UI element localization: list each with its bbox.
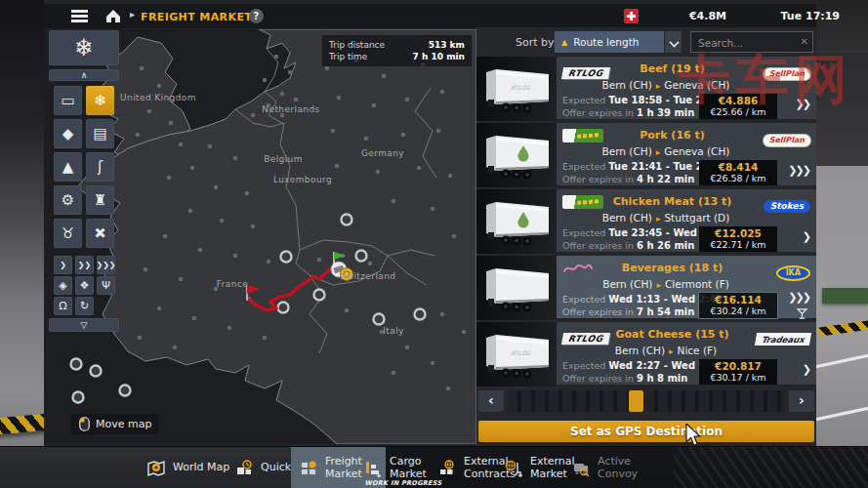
city-ring-marker[interactable] [73,392,84,403]
price-per-km: €22.71 / km [699,239,777,251]
page-title: FREIGHT MARKET [141,11,252,23]
home-icon[interactable] [104,8,122,24]
filter-liquid-button[interactable]: ◆ [54,119,82,148]
city-ring-marker[interactable] [91,366,102,377]
filter-rotation-button[interactable]: ↻ [75,297,94,315]
filter-container-button[interactable]: ▤ [86,119,114,148]
filter-urgency-low-button[interactable]: ❯ [54,256,72,274]
filter-hook-button[interactable]: ʃ [86,152,114,182]
trailer-thumbnail [476,189,557,254]
filter-liquid-icon: ◆ [62,125,74,142]
freight-offer-row[interactable]: Beverages (18 t) IKA Bern (CH)▸Clermont … [476,256,816,320]
nav-world-map[interactable]: World Map [146,447,229,488]
city-dot [173,346,178,350]
freight-offer-row[interactable]: Pork (16 t) SellPlan Bern (CH)▸Geneva (C… [476,123,816,187]
freight-market-icon [299,459,318,478]
sort-dropdown-chevron-button[interactable] [665,31,682,53]
filter-oversized-icon: ✚ [90,223,111,244]
set-gps-destination-button[interactable]: Set as GPS Destination [478,421,814,442]
search-input[interactable] [691,33,812,53]
urgency-chevrons-icon: ❯ [803,363,809,376]
offer-price: €8.414 [699,161,777,173]
city-dot [405,346,410,350]
filter-livestock-button[interactable]: ♉ [54,219,82,248]
route-line-text: Bern (CH)▸Clermont (F) [574,278,758,290]
collapse-filters-button[interactable]: ∧ [49,69,119,81]
svg-text:RTLOG: RTLOG [511,349,532,356]
search-clear-icon[interactable]: ✕ [801,36,808,47]
origin-city: Bern (CH) [602,278,652,290]
city-dot [267,260,271,264]
destination-city: Stuttgart (D) [664,212,729,224]
filter-machinery-button[interactable]: ⚙ [54,185,82,215]
city-ring-marker[interactable] [278,303,289,313]
filter-weight-button[interactable]: Ω [54,297,72,315]
city-dot [392,371,396,376]
city-ring-marker[interactable] [342,215,352,225]
collapse-filters-icon: ∧ [81,70,88,80]
cargo-name: Beef (19 t) [599,62,746,75]
city-dot [382,74,387,79]
city-ring-marker[interactable] [71,359,82,370]
trailer-thumbnail: RTLOG [476,322,557,386]
cargo-name: Goat Cheese (15 t) [599,328,746,341]
filter-high-value-button[interactable]: ❖ [75,276,94,295]
offer-expiry: Offer expires in 1 h 39 min [562,107,694,118]
city-ring-marker[interactable] [415,309,426,320]
scroll-left-button[interactable]: ‹ [478,390,504,412]
filter-urgency-medium-button[interactable]: ❯❯ [75,256,94,274]
origin-city: Bern (CH) [602,145,652,157]
selected-cargo-type-icon: ❄ [74,34,94,61]
price-box: €8.414 €26.58 / km [699,160,777,185]
city-ring-marker[interactable] [356,251,367,262]
scrollbar-track[interactable] [508,390,785,412]
external-contracts-icon [437,459,457,478]
cargo-market-icon [363,459,383,478]
filter-valuables-button[interactable]: ◈ [54,276,72,295]
fragile-cargo-icon [797,305,807,323]
city-ring-marker[interactable] [374,314,385,325]
city-ring-marker[interactable] [314,290,325,301]
city-dot [163,234,168,239]
scrollbar-thumb[interactable] [629,390,643,412]
receiver-company-logo: Tradeaux [755,333,811,346]
city-dot [263,78,268,83]
city-ring-marker[interactable] [120,386,131,396]
sort-dropdown[interactable]: ▲ Route length [555,31,664,53]
receiver-company-logo: IKA [776,265,810,281]
filter-fragile-button[interactable]: Ψ [97,276,115,295]
filter-flatbed-button[interactable]: ▭ [54,86,82,115]
city-dot [208,144,213,149]
map-panel[interactable]: United Kingdom Netherlands Belgium Germa… [44,29,476,444]
help-icon[interactable]: ? [249,9,264,23]
selected-cargo-type-button[interactable]: ❄ [49,30,119,65]
freight-offer-row[interactable]: RTLOG RTLOG Goat Cheese (15 t) Tradeaux … [476,322,816,386]
filter-refrigerated-button[interactable]: ❄ [86,86,114,115]
city-dot [280,92,285,97]
offer-price: €4.886 [699,95,777,106]
city-ring-marker[interactable] [281,252,292,263]
filter-urgency-high-icon: ❯❯❯ [96,261,115,269]
city-dot [440,90,445,95]
world-map-icon [146,459,166,478]
menu-icon[interactable] [71,10,88,22]
city-dot [251,224,256,229]
hazard-stripe [818,320,868,336]
receiver-company-logo: Stokes [764,200,810,213]
filter-bulk-button[interactable]: ▲ [54,152,82,182]
scroll-right-button[interactable]: › [789,390,814,412]
filter-reset-button[interactable]: ▽ [49,318,119,332]
trailer-thumbnail [476,256,557,320]
filter-oversized-button[interactable]: ✚ [86,219,114,248]
offer-price: €16.114 [699,294,777,305]
freight-offer-row[interactable]: RTLOG RTLOG Beef (19 t) SellPlan Bern (C… [476,57,816,121]
country-label: Germany [361,148,404,158]
filter-rotation-icon: ↻ [80,300,89,312]
filter-urgency-high-button[interactable]: ❯❯❯ [97,256,115,274]
route-arrow-icon: ▸ [665,346,678,356]
origin-city: Bern (CH) [602,79,652,91]
search-box: ✕ [690,31,813,53]
filter-heavy-machinery-button[interactable]: ♜ [86,185,114,215]
freight-offer-row[interactable]: Chicken Meat (13 t) Stokes Bern (CH)▸Stu… [476,189,816,254]
filter-high-value-icon: ❖ [80,279,90,292]
